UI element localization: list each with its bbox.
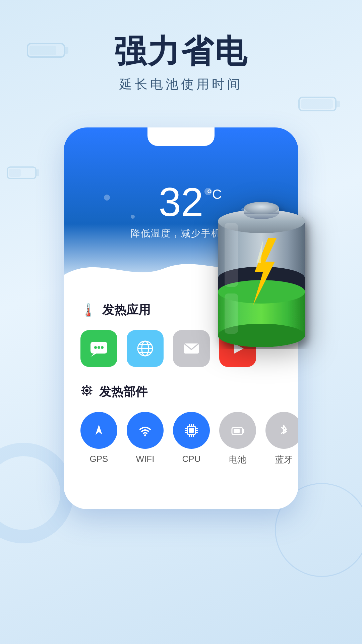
svg-point-11 bbox=[94, 346, 97, 349]
component-gps[interactable]: GPS bbox=[80, 412, 117, 464]
header-section: 强力省电 延长电池使用时间 bbox=[0, 0, 362, 93]
heating-components-section: 发热部件 GPS bbox=[80, 384, 282, 466]
svg-rect-7 bbox=[36, 169, 39, 176]
svg-marker-31 bbox=[96, 425, 102, 435]
temperature-value: 32 bbox=[159, 182, 203, 222]
component-cpu[interactable]: CPU bbox=[173, 412, 210, 464]
svg-point-12 bbox=[98, 346, 100, 349]
svg-rect-63 bbox=[225, 223, 238, 287]
bubble-1 bbox=[104, 195, 110, 201]
component-wifi[interactable]: WIFI bbox=[127, 412, 164, 464]
svg-point-13 bbox=[101, 346, 104, 349]
battery-3d-illustration bbox=[204, 181, 318, 349]
heating-apps-icon: 🌡️ bbox=[80, 303, 96, 318]
bg-battery-mid bbox=[7, 164, 40, 181]
svg-rect-64 bbox=[225, 293, 238, 334]
gps-circle bbox=[80, 412, 117, 449]
cpu-circle bbox=[173, 412, 210, 449]
svg-rect-4 bbox=[336, 101, 340, 107]
phone-notch bbox=[147, 127, 215, 146]
svg-rect-26 bbox=[90, 390, 93, 391]
bluetooth-label: 蓝牙 bbox=[275, 454, 293, 466]
heating-components-title: 发热部件 bbox=[80, 384, 282, 400]
battery-label: 电池 bbox=[229, 454, 246, 466]
component-battery[interactable]: 电池 bbox=[219, 412, 256, 466]
gps-label: GPS bbox=[90, 454, 108, 464]
bluetooth-circle bbox=[265, 412, 298, 449]
svg-rect-48 bbox=[243, 429, 244, 433]
wifi-circle bbox=[127, 412, 164, 449]
svg-rect-8 bbox=[9, 169, 21, 177]
svg-point-22 bbox=[85, 389, 88, 392]
svg-rect-49 bbox=[234, 429, 240, 433]
svg-point-32 bbox=[144, 434, 146, 436]
wifi-label: WIFI bbox=[136, 454, 155, 464]
app-icon-messages bbox=[80, 330, 117, 367]
svg-rect-5 bbox=[301, 99, 333, 109]
phone-mockup: 32 °C 降低温度，减少手机... 🌡️ 发热应用 bbox=[64, 127, 298, 509]
svg-rect-25 bbox=[81, 390, 83, 391]
battery-circle bbox=[219, 412, 256, 449]
component-bluetooth[interactable]: 蓝牙 bbox=[265, 412, 298, 466]
svg-rect-24 bbox=[86, 394, 87, 396]
main-subtitle: 延长电池使用时间 bbox=[0, 76, 362, 93]
cpu-label: CPU bbox=[182, 454, 201, 464]
bg-circle-decoration bbox=[0, 443, 74, 543]
heating-components-icon bbox=[80, 384, 93, 400]
bg-battery-right bbox=[298, 94, 342, 114]
svg-rect-34 bbox=[189, 428, 194, 433]
svg-point-62 bbox=[244, 202, 279, 214]
svg-marker-10 bbox=[90, 354, 96, 357]
svg-rect-23 bbox=[86, 385, 87, 387]
component-icons-row: GPS WIFI bbox=[80, 412, 282, 466]
main-title: 强力省电 bbox=[0, 34, 362, 69]
app-icon-browser bbox=[127, 330, 164, 367]
